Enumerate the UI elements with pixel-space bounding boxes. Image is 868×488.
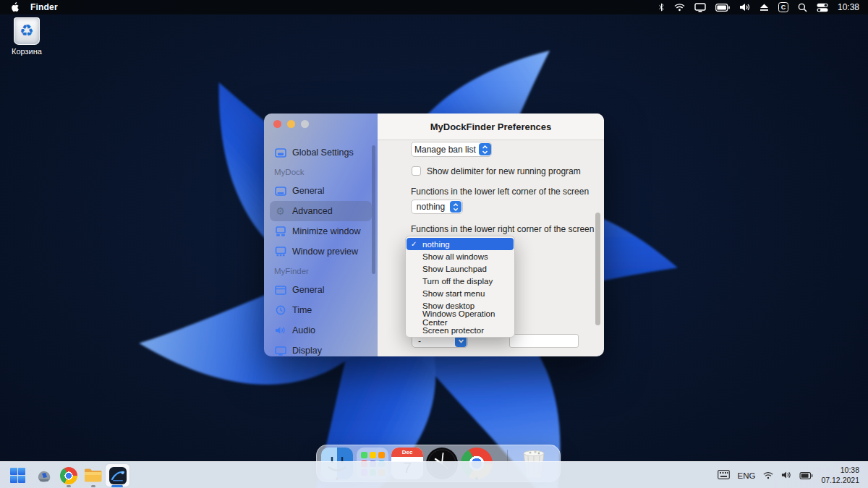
sidebar-section-myfinder: MyFinder (264, 262, 378, 280)
lower-left-functions-value: nothing (412, 202, 450, 212)
sidebar-item-label: Advanced (292, 206, 333, 216)
content-scrollbar[interactable] (595, 213, 600, 325)
show-delimiter-checkbox[interactable] (412, 166, 421, 176)
taskbar-3d-app-icon[interactable] (35, 466, 53, 484)
speaker-icon (274, 325, 286, 335)
explorer-running-indicator (91, 485, 95, 487)
window-title: MyDockFinder Preferences (430, 121, 552, 132)
close-button[interactable] (273, 120, 281, 128)
touch-keyboard-icon[interactable] (718, 469, 730, 482)
minimize-button[interactable] (287, 120, 295, 128)
sidebar-item-audio[interactable]: Audio (264, 320, 378, 341)
sidebar-item-label: Minimize window (292, 226, 360, 236)
sidebar-item-global-settings[interactable]: Global Settings (264, 142, 378, 163)
eject-icon[interactable] (760, 0, 769, 14)
check-icon: ✓ (411, 240, 417, 248)
display-icon[interactable] (694, 0, 706, 14)
menu-bar: Finder C 10:38 (0, 0, 868, 14)
settings-panel-icon (274, 147, 286, 158)
taskbar-clock[interactable]: 10:38 07.12.2021 (821, 466, 859, 485)
sidebar-item-label: Audio (292, 325, 315, 335)
recycle-bin-desktop-icon[interactable]: ♻ Корзина (4, 17, 49, 56)
manage-ban-list-select[interactable]: Manage ban list (411, 142, 492, 157)
taskbar-time: 10:38 (821, 466, 859, 476)
sidebar-item-label: General (292, 186, 324, 196)
active-app-name[interactable]: Finder (30, 2, 58, 12)
wifi-icon[interactable] (674, 0, 685, 14)
preferences-window: Global Settings MyDock General ⚙ Advance… (264, 114, 604, 356)
sidebar-list: Global Settings MyDock General ⚙ Advance… (264, 142, 378, 356)
menu-option-label: Show Launchpad (422, 265, 487, 273)
preferences-main-pane: MyDockFinder Preferences Manage ban list… (378, 114, 604, 356)
menu-option-screen-protector[interactable]: Screen protector (407, 324, 514, 336)
menu-option-nothing[interactable]: ✓ nothing (407, 238, 514, 250)
menu-option-show-start-menu[interactable]: Show start menu (407, 287, 514, 299)
traffic-lights (273, 120, 309, 128)
sidebar-scrollbar[interactable] (372, 145, 375, 274)
sidebar-item-time[interactable]: Time (264, 300, 378, 320)
recycle-bin-label: Корзина (4, 47, 49, 56)
sidebar-item-label: Global Settings (292, 147, 354, 158)
menu-option-label: nothing (422, 240, 450, 249)
taskbar-mydockfinder-icon[interactable] (109, 466, 127, 484)
taskbar-wifi-icon[interactable] (763, 469, 773, 482)
active-app-indicator (111, 485, 123, 487)
sidebar: Global Settings MyDock General ⚙ Advance… (264, 114, 378, 356)
taskbar-explorer-icon[interactable] (84, 466, 102, 484)
display-panel-icon (274, 346, 286, 356)
language-indicator[interactable]: ENG (738, 471, 756, 480)
sidebar-item-advanced-selected[interactable]: ⚙ Advanced (270, 201, 372, 221)
minimize-window-icon (274, 226, 286, 236)
sidebar-item-window-preview[interactable]: Window preview (264, 241, 378, 262)
search-icon[interactable] (798, 0, 807, 14)
menu-option-label: Show start menu (422, 289, 485, 298)
recycle-bin-icon: ♻ (14, 17, 40, 45)
taskbar-date: 07.12.2021 (821, 476, 859, 486)
menu-option-show-all-windows[interactable]: Show all windows (407, 250, 514, 262)
updown-chevrons-icon[interactable] (479, 143, 491, 155)
window-preview-icon (274, 247, 286, 257)
sidebar-item-label: Time (292, 305, 312, 315)
sidebar-item-display[interactable]: Display (264, 341, 378, 356)
sidebar-item-label: General (292, 285, 324, 295)
gear-icon: ⚙ (274, 206, 286, 216)
sidebar-item-label: Window preview (292, 247, 358, 257)
finder-panel-icon (274, 285, 286, 295)
windows-taskbar: ENG 10:38 07.12.2021 (0, 461, 868, 488)
c-app-icon[interactable]: C (778, 2, 788, 12)
menu-option-label: Show all windows (422, 252, 488, 261)
sidebar-item-myfinder-general[interactable]: General (264, 280, 378, 300)
sidebar-item-mydock-general[interactable]: General (264, 181, 378, 201)
taskbar-battery-icon[interactable] (799, 469, 813, 482)
bluetooth-icon[interactable] (658, 0, 665, 14)
preferences-content: Manage ban list Show delimiter for new r… (378, 141, 604, 356)
dock-panel-icon (274, 186, 286, 196)
chrome-running-indicator (67, 485, 71, 487)
menu-option-show-launchpad[interactable]: Show Launchpad (407, 262, 514, 275)
lower-left-functions-select[interactable]: nothing (411, 200, 463, 214)
recycle-glyph: ♻ (20, 22, 34, 40)
functions-dropdown-menu: ✓ nothing Show all windows Show Launchpa… (405, 236, 515, 338)
taskbar-volume-icon[interactable] (781, 469, 791, 482)
volume-icon[interactable] (739, 0, 750, 14)
menu-option-label: Turn off the display (422, 277, 493, 286)
delay-time-input[interactable] (509, 334, 579, 348)
apple-menu-icon[interactable] (10, 0, 19, 14)
show-delimiter-label: Show delimiter for new running program (427, 166, 581, 176)
control-center-icon[interactable] (817, 0, 828, 14)
taskbar-chrome-icon[interactable] (59, 466, 77, 484)
updown-chevrons-icon[interactable] (450, 201, 461, 213)
menu-option-label: Screen protector (422, 326, 484, 335)
menu-option-windows-operation-center[interactable]: Windows Operation Center (407, 312, 514, 324)
battery-icon[interactable] (715, 0, 730, 14)
lower-right-functions-label: Functions in the lower right corner of t… (411, 224, 594, 234)
menu-bar-clock[interactable]: 10:38 (838, 2, 859, 12)
sidebar-section-mydock: MyDock (264, 163, 378, 181)
window-title-bar[interactable]: MyDockFinder Preferences (378, 114, 604, 140)
sidebar-item-label: Display (292, 346, 322, 356)
calendar-month: Dec (391, 448, 423, 457)
lower-left-functions-label: Functions in the lower left corner of th… (411, 187, 589, 197)
menu-option-turn-off-display[interactable]: Turn off the display (407, 275, 514, 287)
start-button[interactable] (9, 466, 27, 484)
sidebar-item-minimize-window[interactable]: Minimize window (264, 221, 378, 241)
